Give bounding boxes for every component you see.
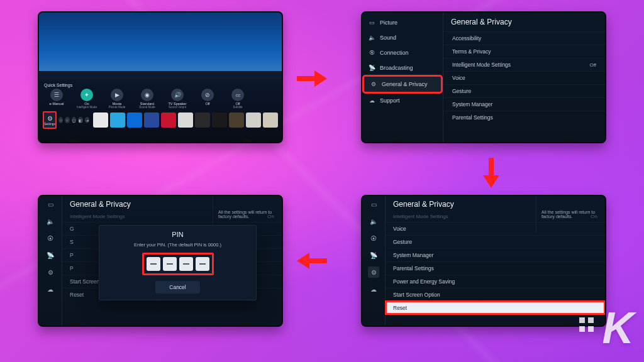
general-icon: ⚙	[369, 80, 378, 89]
connection-icon: ⦿	[367, 48, 376, 57]
cancel-button[interactable]: Cancel	[155, 281, 199, 293]
pin-modal: PIN Enter your PIN. (The default PIN is …	[99, 225, 257, 300]
search-icon[interactable]: ⌕	[65, 117, 69, 123]
pane-item-terms[interactable]: Terms & Privacy	[443, 45, 605, 58]
app-tile[interactable]	[178, 112, 193, 128]
app-tile[interactable]	[110, 112, 125, 128]
qs-off1[interactable]: ⊘Off	[194, 89, 221, 109]
row-parental[interactable]: Parental Settings	[386, 261, 605, 275]
sidebar-item-support[interactable]: ☁Support	[362, 93, 443, 108]
qs-subtitle[interactable]: ㏄OffSubtitle	[224, 89, 252, 109]
settings-tile[interactable]: ⚙ Settings	[43, 111, 57, 129]
app-tile[interactable]	[246, 112, 261, 128]
pane-item-gesture[interactable]: Gesture	[443, 84, 605, 97]
settings-pane: General & Privacy Accessibility Terms & …	[443, 13, 605, 142]
qs-sound-output[interactable]: 🔊TV SpeakerSound Output	[164, 89, 191, 109]
pane-item-intelligent-mode[interactable]: Intelligent Mode SettingsOff	[443, 58, 605, 71]
pin-digit-3[interactable]	[179, 257, 193, 271]
gear-icon: ⚙	[47, 115, 53, 122]
arrow-left-icon	[296, 251, 328, 270]
sidebar-item-general-privacy[interactable]: ⚙General & Privacy	[364, 77, 441, 92]
watermark-logo: K	[602, 303, 633, 353]
sound-icon: 🔈	[367, 33, 376, 42]
pin-digit-4[interactable]	[196, 257, 209, 271]
home-icon[interactable]: ⌂	[58, 117, 63, 123]
sidebar-collapsed: ▭ 🔈 ⦿ 📡 ⚙ ☁	[39, 196, 62, 326]
row-gesture[interactable]: Gesture	[386, 235, 605, 248]
settings-sidebar: ▭Picture 🔈Sound ⦿Connection 📡Broadcastin…	[362, 13, 443, 142]
row-system-manager[interactable]: System Manager	[386, 248, 605, 261]
arrow-down-icon	[482, 156, 501, 189]
source-icon[interactable]: ⇥	[85, 117, 89, 123]
app-tile[interactable]	[161, 112, 176, 128]
picture-icon[interactable]: ▭	[45, 199, 56, 210]
arrow-right-icon	[296, 69, 328, 88]
ambient-icon[interactable]: ◻	[72, 117, 76, 123]
watermark-dots-icon	[579, 317, 594, 332]
step1-tv-home: Quick Settings ☰e-Manual ✦OnIntelligent …	[38, 11, 283, 143]
sidebar-collapsed: ▭ 🔈 ⦿ 📡 ⚙ ☁	[362, 196, 385, 326]
pin-input-group[interactable]	[142, 253, 214, 275]
app-tile[interactable]	[195, 112, 210, 128]
broadcasting-icon: 📡	[367, 63, 376, 72]
sound-icon[interactable]: 🔈	[45, 216, 56, 227]
help-text: All the settings will return to factory …	[536, 196, 605, 233]
row-start-screen[interactable]: Start Screen Option	[386, 288, 605, 301]
dock-row: ⚙ Settings ⌂ ⌕ ◻ ◧ ⇥	[43, 111, 278, 129]
row-reset[interactable]: Reset	[386, 301, 605, 314]
app-tile[interactable]	[212, 112, 227, 128]
pane-item-voice[interactable]: Voice	[443, 71, 605, 84]
support-icon[interactable]: ☁	[368, 283, 379, 295]
qs-sound-mode[interactable]: ◉StandardSound Mode	[133, 89, 161, 109]
app-tile[interactable]	[229, 112, 244, 128]
picture-icon: ▭	[367, 18, 376, 27]
support-icon: ☁	[367, 96, 376, 105]
pane-item-system-manager[interactable]: System Manager	[443, 97, 605, 111]
app-tile[interactable]	[127, 112, 142, 128]
app-tile[interactable]	[93, 112, 108, 128]
pane-item-accessibility[interactable]: Accessibility	[443, 31, 605, 45]
step4-tv-pin-dialog: ▭ 🔈 ⦿ 📡 ⚙ ☁ General & Privacy Intelligen…	[38, 195, 283, 327]
sidebar-item-connection[interactable]: ⦿Connection	[362, 45, 443, 60]
qs-emanual[interactable]: ☰e-Manual	[43, 89, 70, 109]
row-power-energy[interactable]: Power and Energy Saving	[386, 275, 605, 288]
app-tile[interactable]	[263, 112, 278, 128]
pin-digit-2[interactable]	[163, 257, 177, 271]
pane-item-parental[interactable]: Parental Settings	[443, 111, 605, 124]
pane-title: General & Privacy	[443, 15, 605, 31]
unknown-icon[interactable]: ◧	[78, 117, 82, 123]
broadcasting-icon[interactable]: 📡	[368, 250, 379, 261]
wallpaper	[39, 13, 282, 71]
connection-icon[interactable]: ⦿	[368, 233, 379, 244]
modal-title: PIN	[106, 231, 250, 238]
qs-intelligent-mode[interactable]: ✦OnIntelligent Mode	[73, 89, 101, 109]
pin-digit-1[interactable]	[147, 257, 160, 271]
broadcasting-icon[interactable]: 📡	[45, 250, 56, 261]
qs-picture-mode[interactable]: ▶MoviePicture Mode	[103, 89, 131, 109]
connection-icon[interactable]: ⦿	[45, 233, 56, 244]
quick-settings-row: ☰e-Manual ✦OnIntelligent Mode ▶MoviePict…	[43, 89, 278, 109]
sound-icon[interactable]: 🔈	[368, 216, 379, 227]
modal-message: Enter your PIN. (The default PIN is 0000…	[106, 242, 250, 248]
sidebar-item-picture[interactable]: ▭Picture	[362, 15, 443, 30]
general-icon[interactable]: ⚙	[368, 266, 379, 278]
step3-tv-reset-list: ▭ 🔈 ⦿ 📡 ⚙ ☁ General & Privacy Intelligen…	[361, 195, 606, 327]
sidebar-item-broadcasting[interactable]: 📡Broadcasting	[362, 60, 443, 75]
picture-icon[interactable]: ▭	[368, 199, 379, 210]
app-tile[interactable]	[144, 112, 159, 128]
step2-tv-settings-general: ▭Picture 🔈Sound ⦿Connection 📡Broadcastin…	[361, 11, 606, 143]
general-icon[interactable]: ⚙	[45, 266, 56, 278]
support-icon[interactable]: ☁	[45, 283, 56, 295]
sidebar-item-sound[interactable]: 🔈Sound	[362, 30, 443, 45]
quick-settings-label: Quick Settings	[44, 83, 278, 87]
